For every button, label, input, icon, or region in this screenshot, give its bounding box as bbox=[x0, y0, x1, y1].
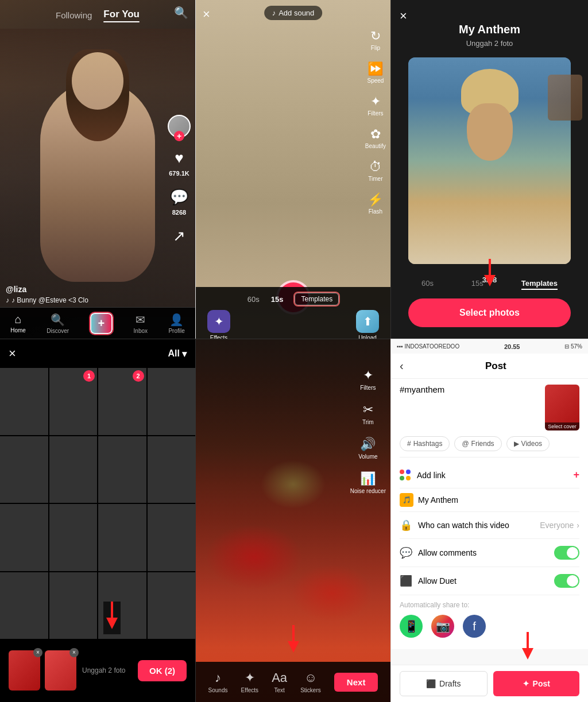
filters-label: Filters bbox=[360, 385, 376, 391]
down-arrow-icon bbox=[103, 602, 121, 630]
nav-profile[interactable]: 👤 Profile bbox=[168, 313, 184, 334]
photo-cell-3[interactable] bbox=[98, 368, 146, 435]
tab-templates[interactable]: Templates bbox=[521, 279, 558, 290]
effects-button[interactable]: ✦ Effects bbox=[241, 670, 258, 693]
back-button[interactable]: ‹ bbox=[400, 359, 404, 373]
add-link-plus-icon: + bbox=[573, 469, 579, 481]
tools-row: ✦ Effects ⬆ Upload bbox=[196, 305, 390, 339]
post-bottom-actions: ⬛ Drafts ✦ Post bbox=[391, 665, 588, 702]
duet-toggle[interactable] bbox=[554, 574, 579, 588]
tab-15s[interactable]: 15s bbox=[471, 279, 483, 290]
close-button[interactable]: × bbox=[203, 7, 210, 22]
photo-cell-13[interactable] bbox=[0, 572, 48, 639]
cover-thumbnail[interactable]: Select cover bbox=[545, 385, 579, 430]
facebook-share-button[interactable]: f bbox=[463, 615, 486, 638]
ok-button[interactable]: OK (2) bbox=[138, 660, 187, 681]
follow-button[interactable]: + bbox=[174, 131, 184, 141]
flash-tool[interactable]: ⚡ Flash bbox=[368, 192, 383, 215]
select-photos-button[interactable]: Select photos bbox=[408, 298, 571, 327]
flip-tool[interactable]: ↻ Flip bbox=[370, 29, 381, 51]
hashtags-label: Hashtags bbox=[413, 440, 443, 448]
svg-marker-5 bbox=[288, 641, 299, 653]
photo-cell-4[interactable] bbox=[148, 368, 196, 435]
hashtags-button[interactable]: # Hashtags bbox=[400, 436, 450, 451]
stickers-button[interactable]: ☺ Stickers bbox=[300, 670, 321, 693]
sounds-button[interactable]: ♪ Sounds bbox=[208, 670, 228, 693]
album-dropdown[interactable]: All ▾ bbox=[168, 348, 187, 359]
volume-tool[interactable]: 🔊 Volume bbox=[350, 437, 386, 460]
search-icon[interactable]: 🔍 bbox=[174, 6, 188, 20]
photo-cell-11[interactable] bbox=[98, 504, 146, 571]
templates-button[interactable]: Templates bbox=[295, 293, 339, 305]
next-label: Next bbox=[347, 677, 366, 687]
60s-option[interactable]: 60s bbox=[247, 295, 260, 304]
whatsapp-share-button[interactable]: 📱 bbox=[400, 615, 423, 638]
for-you-tab[interactable]: For You bbox=[103, 9, 140, 22]
like-button[interactable]: ♥ 679.1K bbox=[169, 148, 189, 177]
photo-cell-5[interactable] bbox=[0, 436, 48, 503]
photo-cell-14[interactable] bbox=[49, 572, 98, 639]
who-can-watch-row[interactable]: 🔒 Who can watch this video Everyone › bbox=[400, 512, 579, 539]
caption-input[interactable]: #myanthem bbox=[400, 385, 539, 419]
videos-button[interactable]: ▶ Videos bbox=[506, 436, 550, 451]
instagram-share-button[interactable]: 📷 bbox=[431, 615, 454, 638]
upload-button[interactable]: ⬆ Upload bbox=[356, 310, 379, 339]
stickers-icon: ☺ bbox=[304, 670, 317, 685]
song-name: ♪ Bunny @Esteve <3 Clo bbox=[11, 296, 88, 304]
next-button[interactable]: Next bbox=[334, 673, 378, 692]
close-button[interactable]: × bbox=[9, 346, 16, 361]
duet-icon: ⬛ bbox=[400, 575, 412, 587]
filters-tool[interactable]: ✦ Filters bbox=[368, 94, 383, 117]
drafts-button[interactable]: ⬛ Drafts bbox=[400, 671, 488, 696]
photo-preview-area bbox=[408, 57, 571, 264]
close-button[interactable]: × bbox=[400, 9, 407, 24]
time-options: 60s 15s Templates bbox=[247, 287, 339, 305]
tab-60s[interactable]: 60s bbox=[421, 279, 434, 290]
photo-cell-6[interactable] bbox=[49, 436, 98, 503]
noise-tool[interactable]: 📊 Noise reducer bbox=[350, 471, 386, 494]
photo-cell-7[interactable] bbox=[98, 436, 146, 503]
add-link-row[interactable]: Add link + bbox=[400, 462, 579, 488]
comment-button[interactable]: 💬 8268 bbox=[169, 187, 189, 216]
filters-tool[interactable]: ✦ Filters bbox=[350, 368, 386, 391]
speed-tool[interactable]: ⏩ Speed bbox=[367, 61, 384, 84]
photo-cell-1[interactable] bbox=[0, 368, 48, 435]
add-button[interactable]: + bbox=[90, 313, 113, 334]
anthem-title: My Anthem bbox=[391, 23, 588, 36]
friends-button[interactable]: @ Friends bbox=[454, 436, 501, 451]
photo-cell-2[interactable] bbox=[49, 368, 98, 435]
timer-label: Timer bbox=[368, 176, 382, 182]
add-sound-button[interactable]: ♪ Add sound bbox=[264, 6, 323, 20]
select-photos-label: Select photos bbox=[459, 308, 520, 318]
nav-discover[interactable]: 🔍 Discover bbox=[47, 313, 69, 334]
share-button[interactable]: ↗ bbox=[169, 226, 189, 246]
post-button[interactable]: ✦ Post bbox=[493, 671, 580, 696]
avatar[interactable]: + bbox=[168, 115, 191, 138]
timer-tool[interactable]: ⏱ Timer bbox=[368, 160, 382, 182]
face-decoration bbox=[467, 103, 513, 161]
photo-cell-8[interactable] bbox=[148, 436, 196, 503]
comments-toggle[interactable] bbox=[554, 546, 579, 560]
whatsapp-icon: 📱 bbox=[404, 619, 419, 633]
nav-add[interactable]: + bbox=[90, 313, 113, 334]
share-icon: ↗ bbox=[169, 226, 189, 246]
side-thumbnail bbox=[548, 75, 582, 121]
tags-row: # Hashtags @ Friends ▶ Videos bbox=[400, 436, 579, 451]
photo-cell-12[interactable] bbox=[148, 504, 196, 571]
arrow-indicator bbox=[285, 625, 302, 656]
beautify-tool[interactable]: ✿ Beautify bbox=[365, 127, 386, 149]
photo-cell-16[interactable] bbox=[148, 572, 196, 639]
nav-home[interactable]: ⌂ Home bbox=[10, 313, 26, 333]
photo-cell-10[interactable] bbox=[49, 504, 98, 571]
15s-option[interactable]: 15s bbox=[271, 295, 284, 304]
text-button[interactable]: Aa Text bbox=[272, 670, 287, 693]
trim-tool[interactable]: ✂ Trim bbox=[350, 402, 386, 425]
photo-cell-9[interactable] bbox=[0, 504, 48, 571]
effects-button[interactable]: ✦ Effects bbox=[207, 310, 230, 339]
nav-inbox[interactable]: ✉ Inbox bbox=[134, 313, 148, 334]
stickers-label: Stickers bbox=[300, 687, 321, 693]
videos-label: Videos bbox=[521, 440, 542, 448]
share-icons-row: 📱 📷 f bbox=[400, 615, 579, 638]
thumbnail-1 bbox=[9, 650, 40, 691]
following-tab[interactable]: Following bbox=[56, 10, 92, 20]
